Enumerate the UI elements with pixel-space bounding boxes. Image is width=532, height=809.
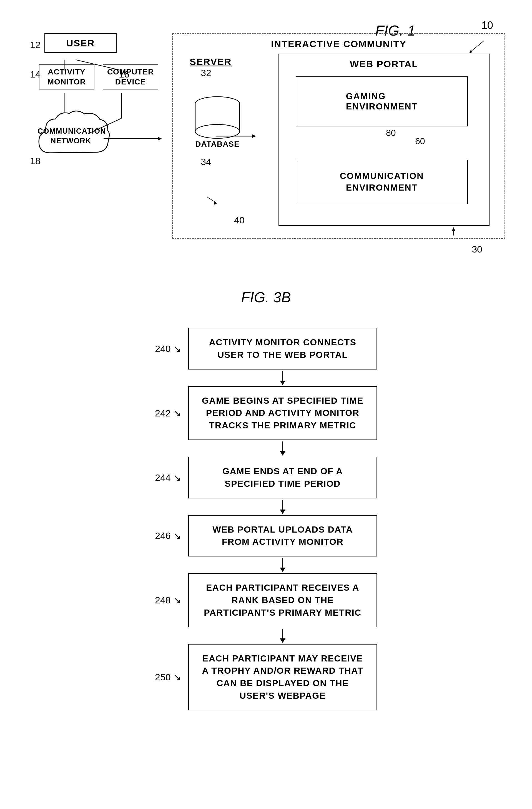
flow-text-250: EACH PARTICIPANT MAY RECEIVE A TROPHY AN… <box>202 653 363 701</box>
ref-34: 34 <box>201 156 211 167</box>
page: 10 FIG. 1 12 USER 14 ACTIVITYMONITOR 16 … <box>0 0 532 809</box>
communication-environment-box: COMMUNICATIONENVIRONMENT <box>296 160 468 204</box>
interactive-community-box: INTERACTIVE COMMUNITY SERVER 32 DATABASE… <box>172 33 506 239</box>
flow-step-250: 250 ↘ EACH PARTICIPANT MAY RECEIVE A TRO… <box>188 644 377 710</box>
database-label: DATABASE <box>190 140 245 149</box>
web-portal-label: WEB PORTAL <box>350 58 418 69</box>
flow-text-242: GAME BEGINS AT SPECIFIED TIME PERIOD AND… <box>202 396 363 431</box>
arrow-3 <box>188 498 377 515</box>
activity-monitor-box: ACTIVITYMONITOR <box>39 65 94 89</box>
fig1-section: 10 FIG. 1 12 USER 14 ACTIVITYMONITOR 16 … <box>22 17 510 256</box>
communication-environment-label: COMMUNICATIONENVIRONMENT <box>340 170 424 193</box>
communication-network-label: COMMUNICATIONNETWORK <box>37 126 104 146</box>
flow-box-248: EACH PARTICIPANT RECEIVES A RANK BASED O… <box>188 573 377 627</box>
computer-device-box: COMPUTERDEVICE <box>103 65 158 89</box>
gaming-environment-label: GAMINGENVIRONMENT <box>346 91 418 112</box>
server-label: SERVER <box>190 56 232 67</box>
arrow-down-4 <box>282 558 283 572</box>
flowchart: 240 ↘ ACTIVITY MONITOR CONNECTS USER TO … <box>22 328 510 710</box>
ref-18: 18 <box>30 156 40 167</box>
ref-250: 250 ↘ <box>155 671 181 683</box>
flow-step-246: 246 ↘ WEB PORTAL UPLOADS DATA FROM ACTIV… <box>188 515 377 557</box>
ref-30: 30 <box>472 244 482 255</box>
computer-device-label: COMPUTERDEVICE <box>107 67 154 87</box>
ref-240: 240 ↘ <box>155 343 181 354</box>
activity-monitor-label: ACTIVITYMONITOR <box>48 67 86 87</box>
flow-text-248: EACH PARTICIPANT RECEIVES A RANK BASED O… <box>204 583 361 618</box>
arrow-down-5 <box>282 629 283 642</box>
flow-step-248: 248 ↘ EACH PARTICIPANT RECEIVES A RANK B… <box>188 573 377 627</box>
arrow-2 <box>188 440 377 457</box>
interactive-community-label: INTERACTIVE COMMUNITY <box>271 39 407 49</box>
ref-246: 246 ↘ <box>155 530 181 541</box>
arrow-4 <box>188 556 377 573</box>
user-box: USER <box>45 33 117 53</box>
flow-text-244: GAME ENDS AT END OF A SPECIFIED TIME PER… <box>223 466 343 489</box>
arrow-1 <box>188 369 377 386</box>
svg-marker-11 <box>158 137 162 141</box>
flow-step-242: 242 ↘ GAME BEGINS AT SPECIFIED TIME PERI… <box>188 386 377 440</box>
flow-box-250: EACH PARTICIPANT MAY RECEIVE A TROPHY AN… <box>188 644 377 710</box>
flow-text-240: ACTIVITY MONITOR CONNECTS USER TO THE WE… <box>209 337 356 360</box>
flow-box-244: GAME ENDS AT END OF A SPECIFIED TIME PER… <box>188 457 377 498</box>
flow-box-242: GAME BEGINS AT SPECIFIED TIME PERIOD AND… <box>188 386 377 440</box>
arrow-down-1 <box>282 371 283 385</box>
arrow-down-2 <box>282 442 283 455</box>
web-portal-box: WEB PORTAL GAMINGENVIRONMENT 80 60 COMMU… <box>279 54 490 226</box>
arrow-down-3 <box>282 500 283 514</box>
flow-box-246: WEB PORTAL UPLOADS DATA FROM ACTIVITY MO… <box>188 515 377 557</box>
flow-box-240: ACTIVITY MONITOR CONNECTS USER TO THE WE… <box>188 328 377 369</box>
flow-text-246: WEB PORTAL UPLOADS DATA FROM ACTIVITY MO… <box>213 524 353 547</box>
ref-10: 10 <box>481 19 493 31</box>
gaming-environment-box: GAMINGENVIRONMENT <box>296 76 468 126</box>
ref-248: 248 ↘ <box>155 595 181 606</box>
flow-step-240: 240 ↘ ACTIVITY MONITOR CONNECTS USER TO … <box>188 328 377 369</box>
ref-242: 242 ↘ <box>155 408 181 419</box>
flow-step-244: 244 ↘ GAME ENDS AT END OF A SPECIFIED TI… <box>188 457 377 498</box>
ref-60: 60 <box>415 136 425 147</box>
fig3b-section: FIG. 3B 240 ↘ ACTIVITY MONITOR CONNECTS … <box>22 289 510 710</box>
user-label: USER <box>66 38 95 49</box>
ref-12: 12 <box>30 39 40 50</box>
ref-80: 80 <box>386 128 396 138</box>
ref-40: 40 <box>234 215 245 226</box>
arrow-5 <box>188 627 377 644</box>
svg-point-4 <box>195 124 240 138</box>
database-cylinder <box>190 95 245 142</box>
ref-244: 244 ↘ <box>155 472 181 483</box>
fig3b-title: FIG. 3B <box>22 289 510 306</box>
ref-32: 32 <box>201 68 211 78</box>
